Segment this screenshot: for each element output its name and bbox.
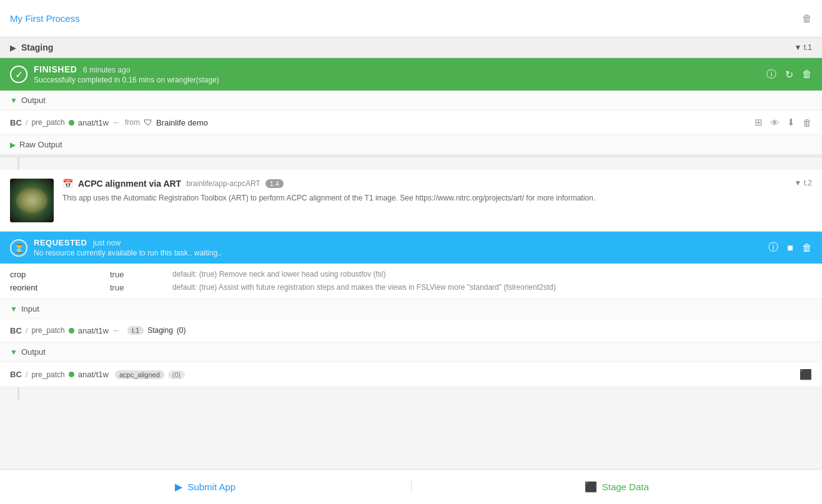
input-count: (0) xyxy=(177,326,186,335)
app-info: 📅 ACPC alignment via ART brainlife/app-a… xyxy=(62,179,785,204)
staging-tag: ▼ t.1 xyxy=(794,43,812,52)
finished-time: 6 minutes ago xyxy=(83,66,130,74)
brain-image xyxy=(10,179,54,222)
requested-info-icon[interactable]: ⓘ xyxy=(768,241,778,254)
calendar-icon: 📅 xyxy=(62,179,73,189)
bc-tag: BC xyxy=(10,118,22,127)
anat-label: anat/t1w xyxy=(78,118,109,127)
input-data-row: BC / pre_patch anat/t1w ← t.1 Staging (0… xyxy=(0,319,822,342)
input-section-header[interactable]: ▼ Input xyxy=(0,299,822,319)
delete-process-icon[interactable]: 🗑 xyxy=(802,13,812,24)
finished-check-icon: ✓ xyxy=(10,66,27,83)
output2-pre-patch: pre_patch xyxy=(31,370,64,379)
output2-bc-tag: BC xyxy=(10,370,22,379)
process-title: My First Process xyxy=(10,13,80,24)
requested-sub: No resource currently available to run t… xyxy=(34,249,222,257)
download-icon[interactable]: ⬇ xyxy=(787,117,795,128)
output-section2-header[interactable]: ▼ Output xyxy=(0,342,822,362)
finished-info-icon[interactable]: ⓘ xyxy=(766,68,776,81)
finished-banner: ✓ FINISHED 6 minutes ago Successfully co… xyxy=(0,58,822,91)
input-anat-label: anat/t1w xyxy=(78,326,109,335)
finished-sub: Successfully completed in 0.16 mins on w… xyxy=(34,76,219,84)
timeline-line-1 xyxy=(17,157,19,170)
staging-arrow-icon: ▶ xyxy=(10,43,16,52)
top-bar: My First Process 🗑 xyxy=(0,0,822,37)
grid-icon[interactable]: ⊞ xyxy=(755,117,763,128)
finished-delete-icon[interactable]: 🗑 xyxy=(802,69,812,80)
input-chevron-icon: ▼ xyxy=(10,305,17,314)
from-text: from xyxy=(125,118,140,127)
app-id: brainlife/app-acpcART xyxy=(186,179,260,188)
app-thumbnail xyxy=(10,179,54,222)
input-status-dot xyxy=(69,328,74,334)
divider-1 xyxy=(0,155,822,157)
param-val-crop: true xyxy=(110,270,172,279)
requested-delete-icon[interactable]: 🗑 xyxy=(802,242,812,254)
param-key-crop: crop xyxy=(10,270,110,279)
slash-1: / xyxy=(26,118,28,127)
shield-icon: 🛡 xyxy=(144,117,152,127)
app-card: 📅 ACPC alignment via ART brainlife/app-a… xyxy=(0,170,822,232)
output-data-row-2: BC / pre_patch anat/t1w acpc_aligned (0)… xyxy=(0,362,822,387)
timeline-line-2 xyxy=(17,387,19,400)
app-desc: This app uses the Automatic Registration… xyxy=(62,192,785,204)
brainlife-demo-label: Brainlife demo xyxy=(156,118,208,127)
requested-banner: ⏳ REQUESTED just now No resource current… xyxy=(0,232,822,264)
params-grid: crop true default: (true) Remove neck an… xyxy=(0,264,822,299)
output2-box-icon[interactable]: ⬛ xyxy=(800,369,812,380)
status-dot-green xyxy=(69,120,74,126)
version-badge: 1.4 xyxy=(265,179,284,188)
input-pre-patch: pre_patch xyxy=(31,326,64,335)
t1-ref-badge: t.1 xyxy=(127,326,144,335)
output-section-header[interactable]: ▼ Output xyxy=(0,91,822,111)
param-desc-crop: default: (true) Remove neck and lower he… xyxy=(172,270,812,279)
app-title: ACPC alignment via ART xyxy=(78,179,181,189)
finished-refresh-icon[interactable]: ↻ xyxy=(785,69,793,81)
output2-chevron-icon: ▼ xyxy=(10,348,17,357)
finished-status: FINISHED xyxy=(34,64,77,74)
output-data-row-1: BC / pre_patch anat/t1w ← from 🛡 Brainli… xyxy=(0,111,822,135)
requested-text: REQUESTED just now No resource currently… xyxy=(34,238,222,257)
param-key-reorient: reorient xyxy=(10,283,110,292)
param-desc-reorient: default: (true) Assist with future regis… xyxy=(172,283,812,292)
acpc-badge: acpc_aligned xyxy=(115,370,164,379)
input-bc-tag: BC xyxy=(10,326,22,335)
finished-text: FINISHED 6 minutes ago Successfully comp… xyxy=(34,64,219,84)
output2-count: (0) xyxy=(168,370,185,379)
pre-patch-label: pre_patch xyxy=(31,118,64,127)
raw-output-label: Raw Output xyxy=(19,140,62,149)
output-label: Output xyxy=(21,96,46,105)
hourglass-icon: ⏳ xyxy=(10,239,27,257)
output2-status-dot xyxy=(69,372,74,377)
output2-label: Output xyxy=(21,347,46,357)
requested-status: REQUESTED xyxy=(34,238,87,247)
raw-output-chevron: ▶ xyxy=(10,141,16,149)
eye-icon[interactable]: 👁 xyxy=(770,117,780,128)
app-tag: ▼ t.2 xyxy=(794,179,812,187)
staging-label: Staging xyxy=(21,42,53,52)
requested-time: just now xyxy=(93,239,121,247)
raw-output-row[interactable]: ▶ Raw Output xyxy=(0,135,822,155)
input-staging-ref: Staging xyxy=(147,326,173,335)
delete-output-icon[interactable]: 🗑 xyxy=(803,117,812,128)
requested-stop-icon[interactable]: ■ xyxy=(787,242,793,254)
output2-anat: anat/t1w xyxy=(78,370,109,379)
input-label: Input xyxy=(21,304,39,314)
output-chevron-icon: ▼ xyxy=(10,96,17,105)
arrow-left-icon: ← xyxy=(112,117,121,127)
param-val-reorient: true xyxy=(110,283,172,292)
staging-header: ▶ Staging ▼ t.1 xyxy=(0,37,822,58)
